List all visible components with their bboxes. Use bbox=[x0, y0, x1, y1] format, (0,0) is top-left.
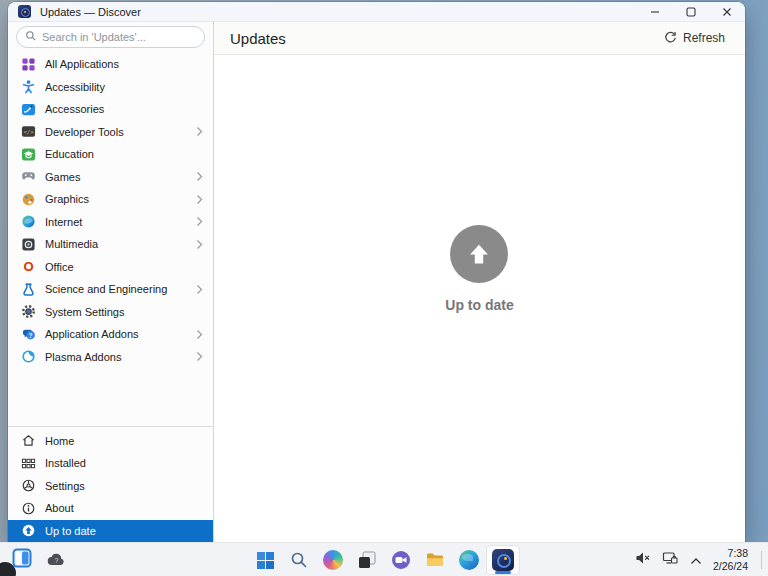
refresh-button[interactable]: Refresh bbox=[657, 27, 731, 50]
sidebar-item-label: Multimedia bbox=[45, 238, 196, 250]
copilot-button[interactable] bbox=[316, 545, 350, 575]
sidebar-footer: Home Installed Settings bbox=[8, 426, 213, 543]
installed-icon bbox=[20, 455, 36, 471]
taskbar-clock[interactable]: 7:38 2/26/24 bbox=[713, 547, 748, 573]
sidebar-item-games[interactable]: Games bbox=[8, 166, 213, 189]
chevron-right-icon bbox=[196, 194, 203, 205]
sidebar-item-label: Home bbox=[45, 435, 203, 447]
internet-icon bbox=[20, 214, 36, 230]
sidebar-item-education[interactable]: Education bbox=[8, 143, 213, 166]
chevron-right-icon bbox=[196, 351, 203, 362]
accessories-icon bbox=[20, 101, 36, 117]
search-input[interactable] bbox=[42, 31, 196, 43]
sidebar-item-up-to-date[interactable]: Up to date bbox=[8, 520, 213, 543]
sidebar-item-settings[interactable]: Settings bbox=[8, 475, 213, 498]
page-header: Updates Refresh bbox=[214, 22, 745, 55]
taskbar-search-button[interactable] bbox=[282, 545, 316, 575]
sidebar-item-application-addons[interactable]: ? Application Addons bbox=[8, 323, 213, 346]
cloud-icon[interactable]: ? bbox=[46, 550, 67, 571]
sidebar-item-about[interactable]: About bbox=[8, 497, 213, 520]
sidebar-item-label: Settings bbox=[45, 480, 203, 492]
refresh-label: Refresh bbox=[683, 31, 725, 45]
page-title: Updates bbox=[230, 30, 286, 47]
desktop: Updates — Discover bbox=[0, 0, 768, 576]
plasma-addons-icon bbox=[20, 349, 36, 365]
sidebar-item-science-and-engineering[interactable]: Science and Engineering bbox=[8, 278, 213, 301]
maximize-button[interactable] bbox=[673, 2, 709, 21]
titlebar[interactable]: Updates — Discover bbox=[8, 2, 745, 22]
edge-icon bbox=[459, 550, 479, 570]
empty-state-label: Up to date bbox=[445, 297, 513, 313]
sidebar-item-multimedia[interactable]: Multimedia bbox=[8, 233, 213, 256]
science-and-engineering-icon bbox=[20, 281, 36, 297]
task-view-button[interactable] bbox=[350, 545, 384, 575]
discover-app-icon bbox=[18, 5, 31, 18]
search-icon bbox=[25, 28, 37, 46]
sidebar-item-system-settings[interactable]: System Settings bbox=[8, 301, 213, 324]
settings-icon bbox=[20, 478, 36, 494]
sidebar-item-label: About bbox=[45, 502, 203, 514]
developer-tools-icon: </> bbox=[20, 124, 36, 140]
chevron-right-icon bbox=[196, 216, 203, 227]
sidebar-item-label: Installed bbox=[45, 457, 203, 469]
file-explorer-button[interactable] bbox=[418, 545, 452, 575]
games-icon bbox=[20, 169, 36, 185]
sidebar-item-label: Games bbox=[45, 171, 196, 183]
sidebar-item-label: All Applications bbox=[45, 58, 203, 70]
svg-text:?: ? bbox=[28, 331, 32, 338]
chat-button[interactable] bbox=[384, 545, 418, 575]
sidebar-item-internet[interactable]: Internet bbox=[8, 211, 213, 234]
sidebar-item-graphics[interactable]: Graphics bbox=[8, 188, 213, 211]
sidebar-item-home[interactable]: Home bbox=[8, 430, 213, 453]
sidebar-item-label: Accessibility bbox=[45, 81, 203, 93]
clock-date: 2/26/24 bbox=[713, 560, 748, 573]
office-icon: O bbox=[20, 259, 36, 275]
network-icon[interactable] bbox=[662, 551, 679, 570]
edge-button[interactable] bbox=[452, 545, 486, 575]
start-button[interactable] bbox=[248, 545, 282, 575]
discover-icon bbox=[492, 549, 514, 571]
system-tray: 7:38 2/26/24 bbox=[635, 543, 762, 576]
sidebar-item-developer-tools[interactable]: </> Developer Tools bbox=[8, 121, 213, 144]
sidebar-item-plasma-addons[interactable]: Plasma Addons bbox=[8, 346, 213, 369]
close-button[interactable] bbox=[709, 2, 745, 21]
sidebar-item-all-applications[interactable]: All Applications bbox=[8, 53, 213, 76]
sidebar-item-accessibility[interactable]: Accessibility bbox=[8, 76, 213, 99]
sidebar-item-label: Education bbox=[45, 148, 203, 160]
tray-chevron-up-icon[interactable] bbox=[690, 551, 702, 569]
show-desktop-button[interactable] bbox=[761, 551, 762, 569]
chevron-right-icon bbox=[196, 329, 203, 340]
refresh-icon bbox=[663, 30, 677, 47]
discover-taskbar-button[interactable] bbox=[486, 545, 520, 575]
clock-time: 7:38 bbox=[713, 547, 748, 560]
sidebar-item-installed[interactable]: Installed bbox=[8, 452, 213, 475]
widgets-icon[interactable] bbox=[12, 548, 32, 572]
home-icon bbox=[20, 433, 36, 449]
graphics-icon bbox=[20, 191, 36, 207]
search-box[interactable] bbox=[16, 26, 205, 48]
sidebar-item-label: Up to date bbox=[45, 525, 203, 537]
accessibility-icon bbox=[20, 79, 36, 95]
up-arrow-circle-icon bbox=[20, 523, 36, 539]
main-panel: Updates Refresh Up to date bbox=[214, 22, 745, 542]
svg-text:O: O bbox=[23, 259, 33, 274]
volume-muted-icon[interactable] bbox=[635, 551, 651, 569]
sidebar-item-label: Application Addons bbox=[45, 328, 196, 340]
system-settings-icon bbox=[20, 304, 36, 320]
sidebar-item-label: Internet bbox=[45, 216, 196, 228]
chevron-right-icon bbox=[196, 239, 203, 250]
chevron-right-icon bbox=[196, 284, 203, 295]
sidebar-item-label: Accessories bbox=[45, 103, 203, 115]
window-title: Updates — Discover bbox=[40, 6, 141, 18]
minimize-button[interactable] bbox=[637, 2, 673, 21]
sidebar: All Applications Accessibility Accessori… bbox=[8, 22, 214, 542]
multimedia-icon bbox=[20, 236, 36, 252]
sidebar-item-label: Developer Tools bbox=[45, 126, 196, 138]
sidebar-item-accessories[interactable]: Accessories bbox=[8, 98, 213, 121]
updates-content: Up to date bbox=[214, 55, 745, 542]
svg-text:?: ? bbox=[55, 557, 59, 564]
sidebar-item-label: System Settings bbox=[45, 306, 203, 318]
sidebar-item-label: Plasma Addons bbox=[45, 351, 196, 363]
sidebar-item-office[interactable]: O Office bbox=[8, 256, 213, 279]
chevron-right-icon bbox=[196, 171, 203, 182]
